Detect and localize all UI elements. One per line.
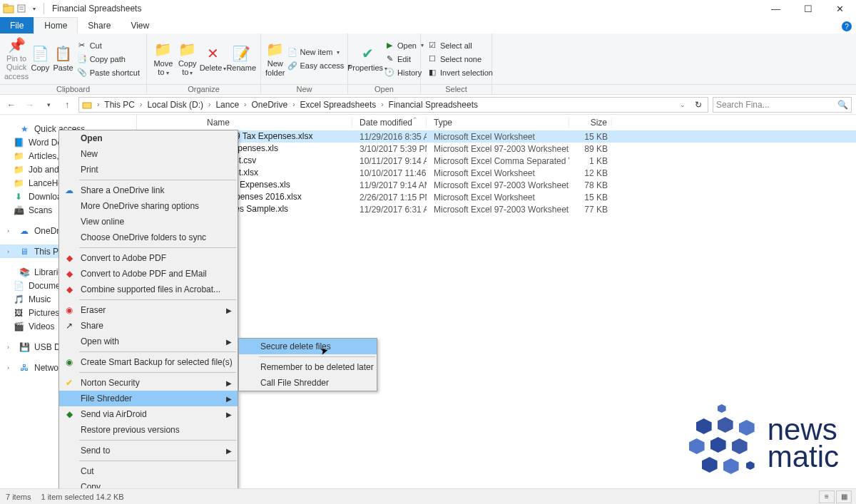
col-size[interactable]: Size	[569, 118, 612, 128]
ctx-restore[interactable]: Restore previous versions	[59, 422, 238, 438]
copy-path-label: Copy path	[90, 55, 126, 63]
sub-call[interactable]: Call File Shredder	[239, 375, 377, 391]
back-button[interactable]: ←	[4, 98, 19, 112]
search-input[interactable]: Search Fina... 🔍	[713, 97, 852, 113]
ctx-print[interactable]: Print	[59, 162, 238, 178]
ctx-convert-pdf-email[interactable]: ◆Convert to Adobe PDF and EMail	[59, 266, 238, 282]
folder-icon: 📁	[13, 178, 24, 189]
ctx-norton[interactable]: ✔Norton Security▶	[59, 375, 238, 391]
open-button[interactable]: ▶Open▾	[382, 39, 426, 52]
eraser-icon: ◉	[63, 304, 75, 316]
invert-selection-button[interactable]: ◧Invert selection	[425, 66, 495, 79]
history-button[interactable]: 🕑History	[382, 66, 426, 79]
select-none-button[interactable]: ☐Select none	[425, 53, 495, 66]
file-row[interactable]: Xl Expenses 2016.xlsx2/26/2017 1:15 PMMi…	[137, 191, 856, 203]
file-row[interactable]: Xs List.xlsx10/10/2017 11:46 AMMicrosoft…	[137, 167, 856, 179]
chevron-right-icon[interactable]: ›	[377, 101, 387, 108]
bc-local-disk[interactable]: Local Disk (D:)	[146, 100, 205, 110]
tab-file[interactable]: File	[0, 17, 34, 34]
sub-secure-delete[interactable]: Secure delete files	[239, 339, 377, 354]
ctx-open-with[interactable]: Open with▶	[59, 334, 238, 349]
minimize-button[interactable]: —	[760, 0, 792, 17]
file-row[interactable]: X2009 Tax Expenses.xlsx11/29/2016 8:35 A…	[137, 130, 856, 143]
tab-view[interactable]: View	[121, 17, 159, 34]
copy-path-button[interactable]: 📑Copy path	[75, 53, 142, 66]
col-type[interactable]: Type	[427, 118, 569, 128]
help-icon[interactable]: ?	[842, 21, 852, 31]
ctx-combine-acrobat[interactable]: ◆Combine supported files in Acrobat...	[59, 282, 238, 297]
new-item-label: New item	[300, 48, 333, 56]
ctx-send-to[interactable]: Send to▶	[59, 443, 238, 458]
view-details-button[interactable]: ≡	[819, 490, 835, 503]
view-icons-button[interactable]: ▦	[836, 490, 852, 503]
file-row[interactable]: Xenses Sample.xls11/29/2017 6:31 AMMicro…	[137, 203, 856, 215]
file-row[interactable]: Xs List.csv10/11/2017 9:14 AMMicrosoft E…	[137, 155, 856, 167]
group-select-label: Select	[421, 85, 492, 94]
ctx-file-shredder[interactable]: File Shredder▶	[59, 391, 238, 406]
tab-home[interactable]: Home	[34, 17, 78, 34]
column-headers[interactable]: Name ⌃ Date modified Type Size	[137, 115, 856, 130]
chevron-right-icon[interactable]: ›	[136, 101, 146, 108]
chevron-right-icon[interactable]: ›	[240, 101, 250, 108]
adobe-icon: ◆	[63, 268, 75, 279]
folder-icon: 📁	[13, 164, 24, 175]
forward-button[interactable]: →	[23, 98, 37, 112]
ctx-convert-pdf[interactable]: ◆Convert to Adobe PDF	[59, 250, 238, 266]
new-folder-button[interactable]: 📁 New folder	[265, 39, 285, 79]
maximize-button[interactable]: ☐	[792, 0, 824, 17]
ctx-choose-folders[interactable]: Choose OneDrive folders to sync	[59, 230, 238, 245]
ctx-smart-backup[interactable]: ◉Create Smart Backup for selected file(s…	[59, 354, 238, 370]
col-name[interactable]: Name	[137, 118, 352, 128]
ctx-share-onedrive[interactable]: ☁Share a OneDrive link	[59, 182, 238, 198]
move-to-button[interactable]: 📁 Move to▾	[151, 39, 175, 79]
ctx-new[interactable]: New	[59, 146, 238, 162]
bc-lance[interactable]: Lance	[214, 100, 240, 110]
properties-button[interactable]: ✔ Properties▾	[352, 39, 382, 79]
delete-button[interactable]: ✕ Delete▾	[200, 39, 227, 79]
edit-button[interactable]: ✎Edit	[382, 53, 426, 66]
dropdown-icon[interactable]: ⌄	[675, 101, 691, 108]
cut-button[interactable]: ✂Cut	[75, 39, 142, 52]
bc-this-pc[interactable]: This PC	[103, 100, 136, 110]
refresh-icon[interactable]: ↻	[691, 100, 706, 110]
ctx-open[interactable]: Open	[59, 130, 238, 146]
paste-button[interactable]: 📋 Paste	[51, 39, 74, 79]
open-icon: ▶	[384, 41, 394, 51]
bc-onedrive[interactable]: OneDrive	[250, 100, 289, 110]
new-item-button[interactable]: 📄New item▾	[285, 46, 354, 58]
select-all-button[interactable]: ☑Select all	[425, 39, 495, 52]
recent-dropdown[interactable]: ▾	[41, 98, 56, 112]
file-row[interactable]: Xx Expenses.xls3/10/2017 5:39 PMMicrosof…	[137, 143, 856, 155]
copy-button[interactable]: 📄 Copy	[29, 39, 51, 79]
move-to-label: Move to▾	[151, 59, 175, 77]
pin-quick-access-button[interactable]: 📌 Pin to Quick access	[4, 39, 29, 79]
file-row[interactable]: Xhold Expenses.xls11/9/2017 9:14 AMMicro…	[137, 179, 856, 191]
bc-excel[interactable]: Excel Spreadsheets	[298, 100, 377, 110]
breadcrumb[interactable]: › This PC› Local Disk (D:)› Lance› OneDr…	[78, 97, 708, 113]
chevron-right-icon[interactable]: ›	[289, 101, 298, 108]
paste-shortcut-button[interactable]: 📎Paste shortcut	[75, 66, 142, 79]
rename-button[interactable]: 📝 Rename	[226, 39, 256, 79]
ctx-share[interactable]: ↗Share	[59, 318, 238, 334]
cut-icon: ✂	[77, 41, 87, 51]
ctx-more-onedrive[interactable]: More OneDrive sharing options	[59, 198, 238, 214]
copy-to-icon: 📁	[179, 41, 196, 58]
close-button[interactable]: ✕	[824, 0, 856, 17]
tab-share[interactable]: Share	[78, 17, 121, 34]
chevron-right-icon[interactable]: ›	[93, 101, 103, 108]
qat-properties-icon[interactable]	[16, 3, 27, 14]
ctx-cut[interactable]: Cut	[59, 463, 238, 479]
up-button[interactable]: ↑	[60, 98, 74, 112]
easy-access-button[interactable]: 🔗Easy access▾	[285, 59, 354, 72]
sub-remember[interactable]: Remember to be deleted later	[239, 359, 377, 375]
bc-financial[interactable]: Financial Spreadsheets	[387, 100, 479, 110]
copy-to-button[interactable]: 📁 Copy to▾	[175, 39, 200, 79]
chevron-right-icon[interactable]: ›	[205, 101, 214, 108]
ctx-airdroid[interactable]: ◆Send via AirDroid▶	[59, 406, 238, 422]
ctx-eraser[interactable]: ◉Eraser▶	[59, 302, 238, 318]
qat-dropdown-icon[interactable]: ▾	[29, 3, 40, 14]
copy-path-icon: 📑	[77, 54, 87, 64]
ctx-view-online[interactable]: View online	[59, 214, 238, 230]
chevron-right-icon: ▶	[226, 395, 232, 403]
select-none-label: Select none	[440, 55, 482, 63]
